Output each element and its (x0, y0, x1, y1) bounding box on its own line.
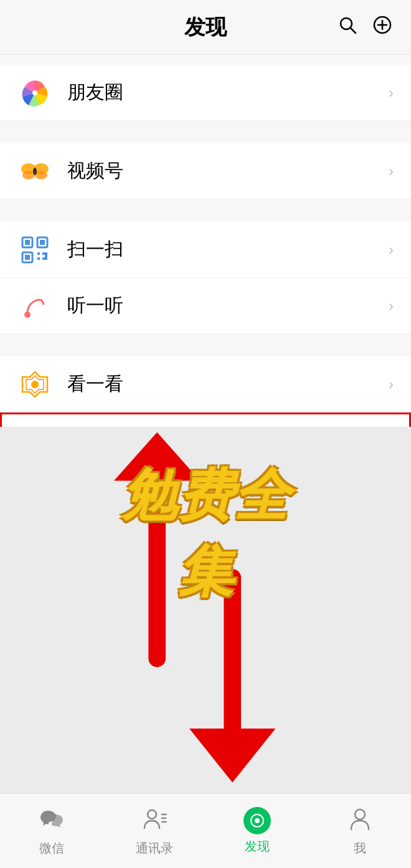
nav-item-me[interactable]: 我 (308, 806, 411, 857)
annotation-area: 勉费全集 (0, 427, 411, 793)
menu-item-look[interactable]: 看一看 › (0, 356, 411, 413)
contacts-nav-label: 通讯录 (136, 840, 173, 857)
me-nav-label: 我 (354, 840, 366, 857)
nav-item-contacts[interactable]: 通讯录 (103, 806, 206, 857)
svg-rect-16 (40, 240, 45, 245)
search-icon[interactable] (338, 15, 357, 39)
menu-item-channels[interactable]: 视频号 › (0, 143, 411, 199)
channels-chevron: › (389, 163, 394, 180)
menu-item-moments[interactable]: 朋友圈 › (0, 65, 411, 121)
separator-2 (0, 199, 411, 212)
listen-label: 听一听 (67, 293, 389, 318)
contacts-nav-icon (142, 806, 167, 836)
svg-point-9 (22, 171, 35, 179)
svg-rect-20 (37, 257, 40, 260)
menu-group-1: 朋友圈 › (0, 65, 411, 121)
svg-point-6 (32, 90, 37, 95)
annotation-text: 勉费全集 (121, 464, 290, 603)
svg-point-10 (35, 171, 47, 179)
nav-item-discover[interactable]: 发现 (206, 807, 308, 855)
svg-point-40 (255, 818, 260, 823)
svg-rect-17 (25, 255, 30, 260)
me-nav-icon (347, 806, 372, 836)
svg-point-26 (31, 381, 39, 388)
channels-icon (17, 154, 52, 189)
nav-item-wechat[interactable]: 微信 (0, 806, 103, 857)
header: 发现 (0, 0, 411, 55)
scan-icon (17, 232, 52, 267)
svg-point-11 (33, 168, 37, 175)
look-label: 看一看 (67, 371, 389, 397)
svg-marker-34 (189, 728, 275, 782)
svg-line-1 (351, 28, 356, 33)
separator-1 (0, 121, 411, 133)
svg-rect-19 (42, 252, 45, 255)
svg-rect-18 (37, 252, 40, 255)
menu-group-2: 视频号 › (0, 143, 411, 199)
svg-rect-15 (25, 240, 30, 245)
moments-label: 朋友圈 (67, 80, 389, 105)
menu-group-3: 扫一扫 › 听一听 › (0, 222, 411, 334)
listen-icon (17, 289, 52, 323)
discover-nav-icon (243, 807, 271, 834)
separator-3 (0, 334, 411, 346)
header-actions (338, 15, 392, 39)
scan-chevron: › (389, 241, 394, 259)
menu-item-scan[interactable]: 扫一扫 › (0, 222, 411, 278)
svg-point-41 (355, 809, 365, 819)
moments-chevron: › (389, 84, 394, 102)
add-icon[interactable] (372, 15, 392, 39)
menu-item-listen[interactable]: 听一听 › (0, 278, 411, 334)
scan-label: 扫一扫 (67, 237, 389, 262)
moments-icon (17, 75, 52, 110)
look-icon (17, 367, 52, 402)
svg-point-35 (148, 810, 156, 819)
svg-rect-22 (45, 252, 47, 260)
channels-label: 视频号 (67, 158, 389, 184)
wechat-nav-icon (39, 806, 64, 836)
look-chevron: › (389, 376, 394, 393)
wechat-nav-label: 微信 (39, 840, 64, 857)
svg-point-23 (24, 312, 31, 318)
discover-nav-label: 发现 (245, 838, 270, 855)
bottom-nav: 微信 通讯录 发现 (0, 793, 411, 868)
listen-chevron: › (389, 297, 394, 315)
page-title: 发现 (184, 13, 227, 42)
